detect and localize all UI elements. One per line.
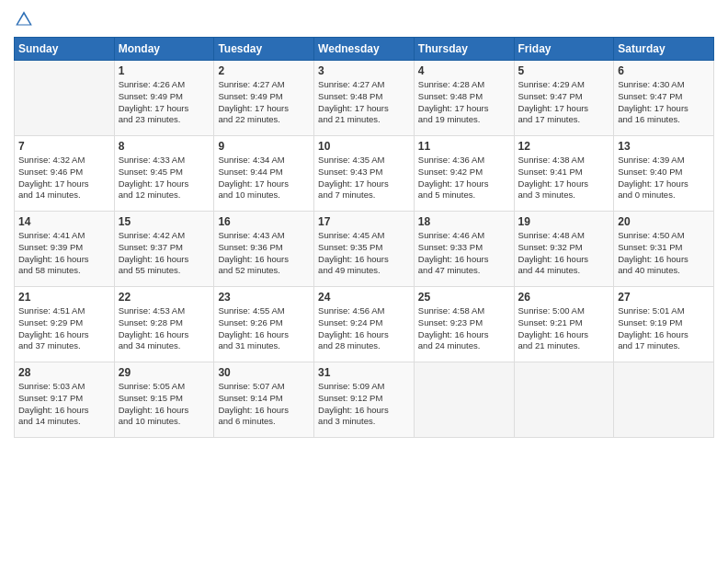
day-number: 7 [18,140,110,153]
day-cell: 2Sunrise: 4:27 AM Sunset: 9:49 PM Daylig… [214,61,314,136]
day-cell: 30Sunrise: 5:07 AM Sunset: 9:14 PM Dayli… [214,362,314,438]
day-detail: Sunrise: 4:32 AM Sunset: 9:46 PM Dayligh… [18,155,110,201]
day-cell: 17Sunrise: 4:45 AM Sunset: 9:35 PM Dayli… [314,212,415,287]
day-cell: 22Sunrise: 4:53 AM Sunset: 9:28 PM Dayli… [114,287,214,362]
day-number: 15 [119,215,210,228]
day-detail: Sunrise: 4:50 AM Sunset: 9:31 PM Dayligh… [618,230,710,277]
day-detail: Sunrise: 4:27 AM Sunset: 9:49 PM Dayligh… [218,79,310,126]
day-detail: Sunrise: 4:27 AM Sunset: 9:48 PM Dayligh… [318,79,410,126]
day-number: 29 [119,366,210,379]
week-row-1: 1Sunrise: 4:26 AM Sunset: 9:49 PM Daylig… [15,61,714,136]
day-number: 14 [18,215,110,228]
day-detail: Sunrise: 4:43 AM Sunset: 9:36 PM Dayligh… [218,230,310,277]
day-detail: Sunrise: 5:00 AM Sunset: 9:21 PM Dayligh… [518,305,610,352]
day-detail: Sunrise: 5:01 AM Sunset: 9:19 PM Dayligh… [618,305,710,352]
col-friday: Friday [514,38,614,61]
day-number: 30 [218,366,310,379]
day-cell: 6Sunrise: 4:30 AM Sunset: 9:47 PM Daylig… [614,61,714,136]
day-cell: 15Sunrise: 4:42 AM Sunset: 9:37 PM Dayli… [114,212,214,287]
day-cell: 20Sunrise: 4:50 AM Sunset: 9:31 PM Dayli… [614,212,714,287]
day-number: 28 [18,366,110,379]
col-tuesday: Tuesday [214,38,314,61]
day-cell: 10Sunrise: 4:35 AM Sunset: 9:43 PM Dayli… [314,136,415,212]
day-number: 31 [318,366,410,379]
col-saturday: Saturday [614,38,714,61]
day-cell: 21Sunrise: 4:51 AM Sunset: 9:29 PM Dayli… [15,287,115,362]
day-detail: Sunrise: 4:28 AM Sunset: 9:48 PM Dayligh… [418,79,510,126]
day-detail: Sunrise: 4:58 AM Sunset: 9:23 PM Dayligh… [418,305,510,352]
day-detail: Sunrise: 5:05 AM Sunset: 9:15 PM Dayligh… [119,381,210,428]
day-number: 9 [218,140,310,153]
day-detail: Sunrise: 4:39 AM Sunset: 9:40 PM Dayligh… [618,155,710,201]
day-detail: Sunrise: 4:29 AM Sunset: 9:47 PM Dayligh… [518,79,610,126]
day-number: 24 [318,291,410,304]
day-detail: Sunrise: 4:51 AM Sunset: 9:29 PM Dayligh… [18,305,110,352]
col-sunday: Sunday [15,38,115,61]
day-number: 21 [18,291,110,304]
day-detail: Sunrise: 5:09 AM Sunset: 9:12 PM Dayligh… [318,381,410,428]
header-row: Sunday Monday Tuesday Wednesday Thursday… [15,38,714,61]
day-number: 25 [418,291,510,304]
week-row-2: 7Sunrise: 4:32 AM Sunset: 9:46 PM Daylig… [15,136,714,212]
day-cell: 29Sunrise: 5:05 AM Sunset: 9:15 PM Dayli… [114,362,214,438]
day-detail: Sunrise: 4:30 AM Sunset: 9:47 PM Dayligh… [618,79,710,126]
day-number: 19 [518,215,610,228]
day-number: 23 [218,291,310,304]
day-number: 3 [318,64,410,77]
day-cell: 28Sunrise: 5:03 AM Sunset: 9:17 PM Dayli… [15,362,115,438]
day-number: 20 [618,215,710,228]
col-thursday: Thursday [414,38,514,61]
day-cell: 7Sunrise: 4:32 AM Sunset: 9:46 PM Daylig… [15,136,115,212]
day-cell: 16Sunrise: 4:43 AM Sunset: 9:36 PM Dayli… [214,212,314,287]
day-cell: 11Sunrise: 4:36 AM Sunset: 9:42 PM Dayli… [414,136,514,212]
day-number: 6 [618,64,710,77]
day-cell: 19Sunrise: 4:48 AM Sunset: 9:32 PM Dayli… [514,212,614,287]
day-detail: Sunrise: 4:41 AM Sunset: 9:39 PM Dayligh… [18,230,110,277]
day-detail: Sunrise: 4:26 AM Sunset: 9:49 PM Dayligh… [119,79,210,126]
day-detail: Sunrise: 4:48 AM Sunset: 9:32 PM Dayligh… [518,230,610,277]
day-number: 11 [418,140,510,153]
day-detail: Sunrise: 4:38 AM Sunset: 9:41 PM Dayligh… [518,155,610,201]
day-detail: Sunrise: 4:53 AM Sunset: 9:28 PM Dayligh… [119,305,210,352]
day-number: 2 [218,64,310,77]
col-monday: Monday [114,38,214,61]
day-detail: Sunrise: 4:36 AM Sunset: 9:42 PM Dayligh… [418,155,510,201]
day-cell: 31Sunrise: 5:09 AM Sunset: 9:12 PM Dayli… [314,362,415,438]
day-detail: Sunrise: 4:45 AM Sunset: 9:35 PM Dayligh… [318,230,410,277]
day-cell: 12Sunrise: 4:38 AM Sunset: 9:41 PM Dayli… [514,136,614,212]
day-cell: 9Sunrise: 4:34 AM Sunset: 9:44 PM Daylig… [214,136,314,212]
day-number: 16 [218,215,310,228]
day-number: 5 [518,64,610,77]
day-cell [514,362,614,438]
day-detail: Sunrise: 4:35 AM Sunset: 9:43 PM Dayligh… [318,155,410,201]
day-number: 1 [119,64,210,77]
day-number: 18 [418,215,510,228]
day-number: 26 [518,291,610,304]
page: Sunday Monday Tuesday Wednesday Thursday… [0,0,728,563]
day-number: 10 [318,140,410,153]
day-cell: 24Sunrise: 4:56 AM Sunset: 9:24 PM Dayli… [314,287,415,362]
day-cell: 14Sunrise: 4:41 AM Sunset: 9:39 PM Dayli… [15,212,115,287]
day-number: 27 [618,291,710,304]
day-cell: 26Sunrise: 5:00 AM Sunset: 9:21 PM Dayli… [514,287,614,362]
day-cell: 3Sunrise: 4:27 AM Sunset: 9:48 PM Daylig… [314,61,415,136]
day-detail: Sunrise: 5:07 AM Sunset: 9:14 PM Dayligh… [218,381,310,428]
week-row-5: 28Sunrise: 5:03 AM Sunset: 9:17 PM Dayli… [15,362,714,438]
day-detail: Sunrise: 4:46 AM Sunset: 9:33 PM Dayligh… [418,230,510,277]
day-detail: Sunrise: 5:03 AM Sunset: 9:17 PM Dayligh… [18,381,110,428]
day-number: 4 [418,64,510,77]
calendar-body: 1Sunrise: 4:26 AM Sunset: 9:49 PM Daylig… [15,61,714,438]
day-cell: 8Sunrise: 4:33 AM Sunset: 9:45 PM Daylig… [114,136,214,212]
logo [14,9,38,29]
day-cell: 1Sunrise: 4:26 AM Sunset: 9:49 PM Daylig… [114,61,214,136]
calendar-table: Sunday Monday Tuesday Wednesday Thursday… [14,37,714,438]
week-row-3: 14Sunrise: 4:41 AM Sunset: 9:39 PM Dayli… [15,212,714,287]
day-cell: 23Sunrise: 4:55 AM Sunset: 9:26 PM Dayli… [214,287,314,362]
day-detail: Sunrise: 4:42 AM Sunset: 9:37 PM Dayligh… [119,230,210,277]
day-cell [614,362,714,438]
day-cell: 13Sunrise: 4:39 AM Sunset: 9:40 PM Dayli… [614,136,714,212]
day-number: 12 [518,140,610,153]
day-cell [15,61,115,136]
day-detail: Sunrise: 4:34 AM Sunset: 9:44 PM Dayligh… [218,155,310,201]
day-cell: 25Sunrise: 4:58 AM Sunset: 9:23 PM Dayli… [414,287,514,362]
